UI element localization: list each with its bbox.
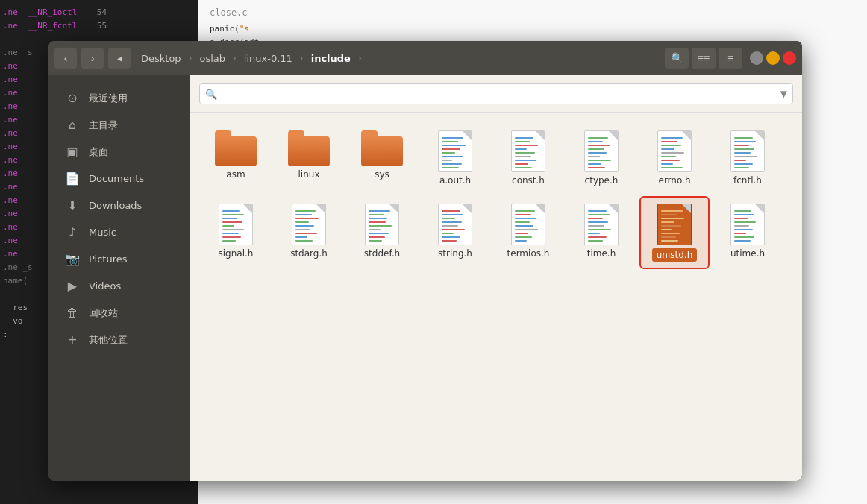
folder-icon-sys (361, 130, 403, 166)
sidebar-label-home: 主目录 (89, 119, 118, 132)
sidebar-item-pictures[interactable]: 📷 Pictures (53, 246, 185, 272)
file-manager-window: ‹ › ◂ Desktop › oslab › linux-0.11 › inc… (48, 41, 802, 481)
doc-icon-unistdh (657, 204, 692, 245)
sidebar-label-desktop: 桌面 (89, 145, 108, 159)
file-label-unistdh: unistd.h (652, 248, 698, 262)
sidebar-label-videos: Videos (89, 280, 121, 292)
file-label-stddefh: stddef.h (364, 248, 400, 259)
video-icon: ▶ (65, 279, 80, 293)
file-item-stddefh[interactable]: stddef.h (348, 198, 416, 268)
add-icon: + (65, 333, 80, 347)
file-item-utimeh[interactable]: utime.h (714, 198, 781, 268)
file-item-ctypeh[interactable]: ctype.h (568, 125, 635, 192)
window-controls (750, 51, 796, 65)
file-label-stdargh: stdarg.h (290, 248, 328, 259)
right-filename: close.c (210, 6, 855, 19)
search-bar: 🔍 ▼ (190, 75, 802, 113)
sidebar-item-trash[interactable]: 🗑 回收站 (53, 300, 185, 326)
file-item-errnoh[interactable]: errno.h (641, 125, 708, 192)
content-area: ⊙ 最近使用 ⌂ 主目录 ▣ 桌面 📄 Documents ⬇ Download… (48, 75, 802, 481)
sidebar-item-downloads[interactable]: ⬇ Downloads (53, 192, 185, 218)
doc-icon-consth (511, 130, 545, 172)
file-item-aouth[interactable]: a.out.h (422, 125, 489, 192)
file-item-fcntlh[interactable]: fcntl.h (714, 125, 781, 192)
doc-icon-utimeh (730, 204, 765, 245)
file-item-consth[interactable]: const.h (495, 125, 562, 192)
sidebar-label-other: 其他位置 (89, 333, 128, 347)
file-item-timeh[interactable]: time.h (568, 198, 635, 268)
breadcrumb-oslab[interactable]: oslab (193, 50, 231, 67)
file-item-sys[interactable]: sys (348, 125, 416, 192)
camera-icon: 📷 (65, 252, 80, 266)
menu-button[interactable]: ≡ (719, 48, 742, 69)
breadcrumb-linux[interactable]: linux-0.11 (238, 50, 298, 67)
sidebar-item-documents[interactable]: 📄 Documents (53, 166, 185, 192)
file-item-stringh[interactable]: string.h (422, 198, 489, 268)
breadcrumb-sep-2: › (233, 53, 237, 63)
forward-button[interactable]: › (81, 48, 104, 69)
minimize-button[interactable] (750, 51, 763, 65)
desktop-icon: ▣ (65, 145, 80, 159)
search-dropdown-arrow[interactable]: ▼ (780, 89, 787, 99)
doc-icon-stddefh (365, 204, 399, 245)
sidebar: ⊙ 最近使用 ⌂ 主目录 ▣ 桌面 📄 Documents ⬇ Download… (48, 75, 190, 481)
close-button[interactable] (783, 51, 796, 65)
breadcrumb-sep-3: › (300, 53, 304, 63)
sidebar-label-trash: 回收站 (89, 306, 118, 320)
file-grid: asm linux sys (190, 113, 802, 280)
sidebar-item-desktop[interactable]: ▣ 桌面 (53, 139, 185, 165)
download-icon: ⬇ (65, 198, 80, 212)
file-label-signalh: signal.h (219, 248, 254, 259)
file-label-termiosh: termios.h (507, 248, 550, 259)
file-label-utimeh: utime.h (730, 248, 765, 259)
breadcrumb-include[interactable]: include (305, 50, 357, 67)
folder-icon-linux (288, 130, 330, 166)
view-list-button[interactable]: ≡≡ (692, 48, 716, 69)
clock-icon: ⊙ (65, 91, 80, 105)
doc-icon-aouth (438, 130, 472, 172)
sidebar-label-downloads: Downloads (89, 200, 142, 211)
music-icon: ♪ (65, 225, 80, 239)
file-label-sys: sys (375, 169, 389, 180)
maximize-button[interactable] (766, 51, 780, 65)
file-label-linux: linux (298, 169, 320, 180)
sidebar-item-other[interactable]: + 其他位置 (53, 327, 185, 353)
file-item-asm[interactable]: asm (202, 125, 269, 192)
sidebar-label-pictures: Pictures (89, 253, 127, 265)
sidebar-item-music[interactable]: ♪ Music (53, 219, 185, 245)
search-icon: 🔍 (205, 88, 217, 99)
breadcrumb-sep-4: › (358, 53, 362, 63)
up-button[interactable]: ◂ (108, 48, 131, 69)
trash-icon: 🗑 (65, 306, 80, 320)
doc-icon-fcntlh (730, 130, 765, 172)
sidebar-item-home[interactable]: ⌂ 主目录 (53, 112, 185, 138)
doc-icon-signalh (219, 204, 253, 245)
doc-icon-timeh (584, 204, 619, 245)
main-file-area: 🔍 ▼ asm (190, 75, 802, 481)
sidebar-label-recent: 最近使用 (89, 92, 128, 105)
search-wrapper: 🔍 ▼ (199, 83, 793, 104)
folder-icon-asm (215, 130, 257, 166)
sidebar-label-documents: Documents (89, 173, 144, 184)
file-label-timeh: time.h (587, 248, 616, 259)
file-item-termiosh[interactable]: termios.h (495, 198, 562, 268)
search-input[interactable] (199, 83, 793, 104)
file-item-signalh[interactable]: signal.h (202, 198, 269, 268)
doc-icon-errnoh (657, 130, 692, 172)
search-toggle-button[interactable]: 🔍 (665, 48, 689, 69)
breadcrumb-desktop[interactable]: Desktop (135, 50, 187, 67)
file-label-consth: const.h (512, 175, 545, 186)
file-label-errnoh: errno.h (659, 175, 691, 186)
file-label-aouth: a.out.h (439, 175, 471, 186)
sidebar-item-recent[interactable]: ⊙ 最近使用 (53, 85, 185, 111)
file-label-fcntlh: fcntl.h (733, 175, 762, 186)
title-bar: ‹ › ◂ Desktop › oslab › linux-0.11 › inc… (48, 41, 802, 75)
sidebar-item-videos[interactable]: ▶ Videos (53, 273, 185, 299)
home-icon: ⌂ (65, 118, 80, 132)
breadcrumb-sep-1: › (189, 53, 193, 63)
file-item-stdargh[interactable]: stdarg.h (275, 198, 342, 268)
doc-icon-ctypeh (584, 130, 619, 172)
file-item-linux[interactable]: linux (275, 125, 342, 192)
back-button[interactable]: ‹ (54, 48, 77, 69)
file-item-unistdh[interactable]: unistd.h (641, 198, 708, 268)
